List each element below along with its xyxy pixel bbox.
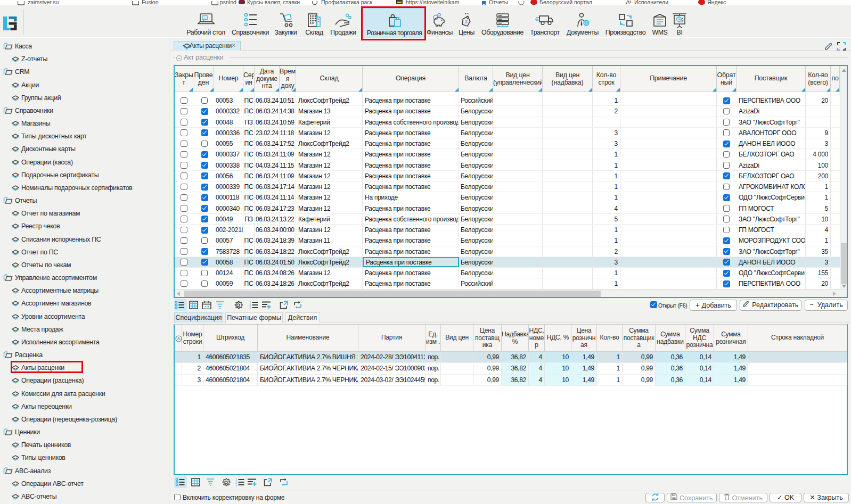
svg-text:$: $ <box>464 18 469 24</box>
svg-text:3: 3 <box>249 307 251 310</box>
svg-text:3: 3 <box>235 484 238 487</box>
